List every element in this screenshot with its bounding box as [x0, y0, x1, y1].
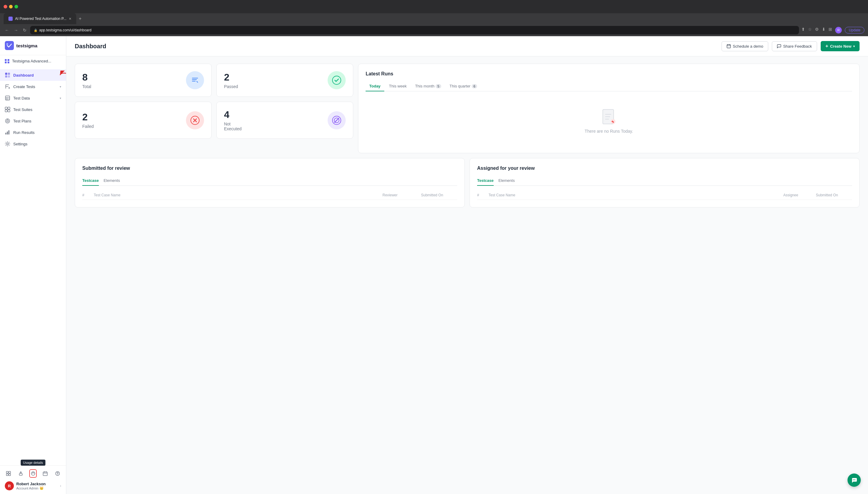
usage-icon[interactable]: Usage details: [29, 469, 37, 478]
back-button[interactable]: ←: [4, 26, 10, 34]
stat-card-not-executed[interactable]: 4 Not Executed: [216, 102, 353, 139]
assigned-review-title: Assigned for your review: [477, 166, 852, 171]
tab-close-icon[interactable]: ✕: [69, 17, 72, 21]
sidebar-nav: Dashboard Create Tests ▾ Te: [0, 67, 66, 466]
latest-runs-empty: There are no Runs Today.: [366, 96, 852, 146]
calendar-small-icon: [727, 44, 731, 48]
submitted-tab-elements[interactable]: Elements: [104, 176, 120, 186]
tab-this-month-label: This month: [415, 84, 434, 88]
calendar-icon[interactable]: [42, 469, 49, 478]
update-button[interactable]: Update: [845, 27, 864, 34]
extensions-icon[interactable]: ⚙: [815, 27, 819, 34]
address-bar[interactable]: 🔒 app.testsigma.com/ui/dashboard: [30, 26, 799, 34]
plugin-icon[interactable]: [17, 469, 25, 478]
sidebar-item-test-suites[interactable]: Test Suites: [0, 104, 66, 115]
assigned-tab-elements[interactable]: Elements: [498, 176, 515, 186]
svg-point-48: [853, 479, 853, 480]
browser-chrome: [0, 0, 868, 13]
svg-rect-26: [19, 474, 22, 475]
submitted-review-tabs: Testcase Elements: [82, 176, 457, 186]
col-hash-2: #: [477, 193, 486, 197]
usage-tooltip: Usage details: [20, 460, 45, 466]
tab-this-week[interactable]: This week: [386, 81, 411, 91]
col-hash: #: [82, 193, 91, 197]
layout-icon[interactable]: ⊞: [829, 27, 832, 34]
stat-icon-passed: [328, 71, 346, 89]
svg-point-16: [7, 120, 8, 122]
schedule-demo-button[interactable]: Schedule a demo: [722, 41, 768, 51]
sidebar-item-run-results[interactable]: Run Results: [0, 127, 66, 138]
stat-number-passed: 2: [224, 72, 238, 83]
empty-runs-message: There are no Runs Today.: [585, 129, 633, 134]
user-avatar: R: [5, 481, 14, 490]
submitted-review-section: Submitted for review Testcase Elements #…: [75, 158, 465, 208]
user-info[interactable]: R Robert Jackson Account Admin 👑 ›: [5, 481, 61, 490]
stat-card-total[interactable]: 8 Total: [75, 64, 212, 97]
sidebar-item-create-tests[interactable]: Create Tests ▾: [0, 81, 66, 92]
stat-card-failed[interactable]: 2 Failed: [75, 102, 212, 139]
app-container: testsigma Testsigma Advanced... Dashboar…: [0, 36, 868, 494]
svg-rect-12: [8, 107, 10, 109]
main-header: Dashboard Schedule a demo Share Feedback…: [66, 36, 868, 56]
svg-rect-3: [8, 73, 10, 75]
svg-point-27: [31, 472, 35, 475]
svg-point-39: [332, 76, 341, 84]
stat-label-passed: Passed: [224, 84, 238, 89]
bookmark-icon[interactable]: ☆: [808, 27, 812, 34]
connect-icon[interactable]: [5, 469, 12, 478]
forward-button[interactable]: →: [13, 26, 19, 34]
stat-card-passed[interactable]: 2 Passed: [216, 64, 353, 97]
workspace-grid-icon: [5, 59, 9, 63]
tab-today[interactable]: Today: [366, 81, 384, 91]
svg-point-1: [6, 43, 8, 45]
share-icon[interactable]: ⬆: [802, 27, 805, 34]
maximize-dot[interactable]: [15, 5, 18, 8]
browser-tab-bar: AI Powered Test Automation P... ✕ +: [0, 13, 868, 24]
profile-icon[interactable]: R: [835, 27, 842, 34]
svg-rect-0: [5, 41, 14, 50]
create-new-button[interactable]: + Create New ▾: [821, 41, 860, 51]
sidebar-item-test-data[interactable]: Test Data ▾: [0, 92, 66, 104]
share-feedback-button[interactable]: Share Feedback: [772, 41, 817, 51]
tab-this-month[interactable]: This month 5: [411, 81, 445, 91]
sidebar-item-test-plans[interactable]: Test Plans: [0, 115, 66, 127]
svg-rect-23: [9, 471, 11, 473]
assigned-review-tabs: Testcase Elements: [477, 176, 852, 186]
stat-icon-total: [186, 71, 204, 89]
help-icon[interactable]: [54, 469, 61, 478]
tab-this-month-badge: 5: [435, 84, 441, 88]
sidebar-item-settings-label: Settings: [13, 142, 27, 146]
browser-tab[interactable]: AI Powered Test Automation P... ✕: [4, 13, 76, 24]
minimize-dot[interactable]: [9, 5, 13, 8]
schedule-demo-label: Schedule a demo: [733, 44, 763, 49]
assigned-tab-testcase[interactable]: Testcase: [477, 176, 494, 186]
chat-icon: [851, 477, 857, 483]
svg-rect-25: [9, 474, 11, 476]
stat-icon-failed: [186, 111, 204, 129]
tab-this-quarter[interactable]: This quarter 6: [446, 81, 481, 91]
dashboard-icon: [5, 72, 10, 78]
sidebar-workspace[interactable]: Testsigma Advanced...: [0, 55, 66, 67]
download-icon[interactable]: ⬇: [822, 27, 826, 34]
sidebar-item-dashboard[interactable]: Dashboard: [0, 69, 66, 81]
chat-bubble-button[interactable]: [848, 474, 861, 487]
col-assignee: Assignee: [783, 193, 813, 197]
submitted-tab-testcase[interactable]: Testcase: [82, 176, 99, 186]
sidebar-logo: testsigma: [0, 36, 66, 55]
submitted-tab-testcase-label: Testcase: [82, 178, 99, 183]
svg-rect-11: [5, 107, 7, 109]
svg-rect-24: [6, 474, 8, 476]
refresh-button[interactable]: ↻: [22, 26, 28, 34]
logo-icon: [5, 41, 14, 50]
crown-icon: 👑: [39, 486, 44, 490]
sidebar: testsigma Testsigma Advanced... Dashboar…: [0, 36, 66, 494]
sidebar-item-settings[interactable]: Settings: [0, 138, 66, 150]
latest-runs-tabs: Today This week This month 5 This quarte…: [366, 81, 852, 91]
test-suites-icon: [5, 107, 10, 112]
close-dot[interactable]: [4, 5, 7, 8]
stat-number-not-executed: 4: [224, 109, 241, 120]
stat-label-total: Total: [82, 84, 91, 89]
submitted-tab-elements-label: Elements: [104, 178, 120, 183]
new-tab-button[interactable]: +: [79, 16, 81, 21]
tab-this-quarter-label: This quarter: [450, 84, 471, 88]
